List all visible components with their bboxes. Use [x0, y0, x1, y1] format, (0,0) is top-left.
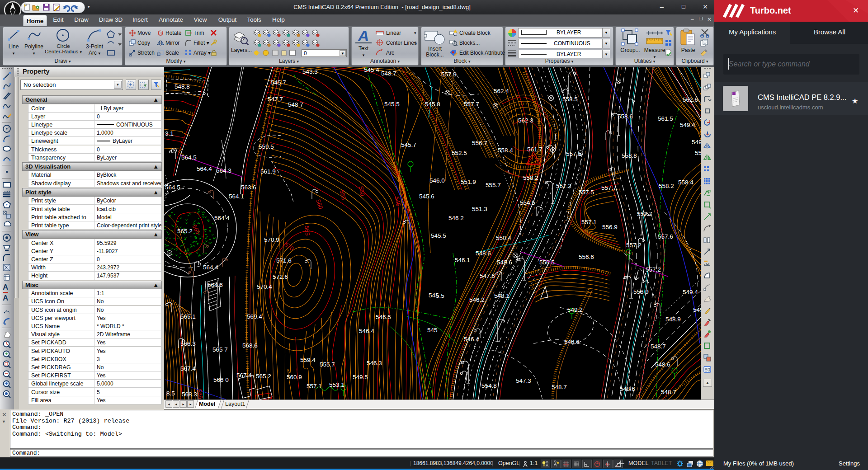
svg-text:3.1: 3.1 [165, 130, 174, 137]
svg-text:546.4: 546.4 [359, 328, 374, 334]
svg-text:561.5: 561.5 [658, 115, 673, 122]
svg-text:568.6: 568.6 [242, 342, 258, 349]
svg-text:548.6: 548.6 [476, 250, 491, 257]
svg-text:545.7: 545.7 [401, 141, 416, 148]
svg-text:559.4: 559.4 [300, 357, 316, 363]
svg-text:549.5: 549.5 [693, 306, 701, 313]
svg-text:545 4: 545 4 [364, 67, 379, 73]
svg-text:566.3: 566.3 [180, 340, 196, 347]
svg-text:8.5: 8.5 [166, 390, 175, 397]
svg-text:567.4: 567.4 [236, 372, 252, 379]
svg-text:546.5: 546.5 [376, 314, 391, 320]
svg-text:557.7: 557.7 [601, 184, 617, 191]
svg-text:547.7: 547.7 [268, 96, 283, 103]
svg-text:554.5: 554.5 [520, 199, 535, 206]
svg-text:546 2: 546 2 [448, 215, 464, 221]
svg-text:548 7: 548 7 [288, 101, 303, 108]
svg-text:560.9: 560.9 [287, 374, 302, 381]
svg-text:558.2: 558.2 [523, 174, 538, 181]
svg-text:557.2: 557.2 [626, 242, 642, 249]
svg-text:554.8: 554.8 [481, 382, 497, 389]
svg-text:546.2: 546.2 [469, 296, 485, 303]
svg-text:548.7: 548.7 [552, 384, 567, 390]
svg-text:548.6: 548.6 [655, 361, 670, 368]
svg-text:556.6: 556.6 [579, 254, 594, 260]
svg-text:556 9: 556 9 [633, 288, 649, 295]
svg-text:572.6: 572.6 [273, 273, 288, 280]
svg-text:548.9: 548.9 [665, 316, 681, 323]
svg-text:549.4: 549.4 [683, 289, 698, 296]
svg-text:557.9: 557.9 [441, 71, 457, 78]
svg-text:557.1: 557.1 [581, 219, 597, 226]
svg-text:557.2: 557.2 [646, 266, 661, 273]
svg-text:555: 555 [338, 189, 347, 201]
svg-text:565.2: 565.2 [177, 228, 193, 235]
svg-text:565 7: 565 7 [212, 346, 228, 353]
svg-text:557.7: 557.7 [464, 101, 479, 108]
svg-text:545.5: 545.5 [431, 232, 446, 239]
svg-text:549.4: 549.4 [680, 122, 695, 128]
svg-text:545.5: 545.5 [384, 101, 400, 108]
svg-text:548.1: 548.1 [494, 292, 509, 299]
svg-text:555.7: 555.7 [320, 361, 335, 368]
svg-text:546.3: 546.3 [367, 360, 382, 367]
svg-text:564.4: 564.4 [197, 165, 212, 172]
svg-text:558.4: 558.4 [678, 179, 693, 186]
svg-text:543.3: 543.3 [302, 68, 318, 75]
svg-text:546.1: 546.1 [455, 257, 470, 263]
svg-text:564.4: 564.4 [203, 264, 218, 271]
svg-text:567.4: 567.4 [180, 365, 196, 372]
svg-text:558.4: 558.4 [498, 147, 513, 154]
svg-text:565: 565 [196, 389, 204, 400]
svg-text:564 4: 564 4 [214, 215, 230, 221]
svg-text:548.7: 548.7 [661, 389, 676, 395]
svg-text:555.7: 555.7 [486, 182, 501, 188]
svg-text:545.6: 545.6 [419, 193, 434, 200]
svg-text:546.4: 546.4 [464, 336, 479, 343]
svg-text:547.6: 547.6 [480, 273, 495, 279]
svg-text:571.6: 571.6 [276, 257, 292, 264]
svg-text:550.4: 550.4 [496, 235, 511, 241]
svg-text:559.5: 559.5 [259, 143, 274, 150]
svg-text:558.8: 558.8 [622, 152, 637, 159]
svg-text:565: 565 [191, 223, 201, 235]
svg-text:557.1: 557.1 [307, 383, 322, 390]
svg-text:557.7: 557.7 [637, 211, 652, 217]
svg-text:564.5: 564.5 [165, 184, 180, 191]
svg-text:562.4: 562.4 [494, 88, 509, 94]
svg-text:552.5: 552.5 [452, 150, 467, 156]
svg-text:558.6: 558.6 [618, 113, 633, 120]
svg-text:549.5: 549.5 [353, 374, 368, 381]
svg-text:560: 560 [315, 198, 324, 210]
svg-text:557.5: 557.5 [579, 189, 594, 196]
svg-text:551.9: 551.9 [461, 179, 476, 185]
svg-text:564.3: 564.3 [216, 167, 231, 174]
svg-text:548.8: 548.8 [175, 83, 190, 90]
svg-text:564.1: 564.1 [229, 193, 244, 200]
svg-text:562 3: 562 3 [518, 117, 533, 124]
svg-text:570.9: 570.9 [264, 236, 279, 243]
svg-text:565: 565 [303, 226, 311, 236]
svg-text:563.6: 563.6 [241, 184, 256, 191]
svg-text:548.6: 548.6 [564, 338, 580, 345]
svg-text:546.0: 546.0 [429, 177, 445, 184]
svg-text:566 0: 566 0 [213, 376, 229, 383]
svg-text:545.8: 545.8 [425, 101, 440, 108]
svg-text:565.1: 565.1 [180, 313, 196, 320]
svg-text:561.7: 561.7 [527, 146, 542, 153]
svg-text:558.2: 558.2 [659, 183, 674, 189]
svg-text:549.5: 549.5 [692, 139, 701, 146]
svg-text:553.1: 553.1 [329, 381, 344, 388]
svg-text:570.4: 570.4 [257, 283, 272, 290]
svg-text:568.3: 568.3 [182, 391, 197, 398]
svg-text:545: 545 [393, 196, 402, 207]
svg-text:545: 545 [427, 327, 438, 334]
svg-text:545: 545 [429, 292, 439, 299]
svg-text:562.6: 562.6 [683, 96, 698, 103]
svg-text:570: 570 [283, 241, 295, 252]
svg-text:561.9: 561.9 [260, 168, 276, 175]
svg-text:549.6: 549.6 [497, 259, 512, 266]
svg-text:549.2: 549.2 [567, 306, 583, 313]
svg-text:556.9: 556.9 [602, 224, 618, 230]
svg-text:548.6: 548.6 [620, 385, 635, 392]
